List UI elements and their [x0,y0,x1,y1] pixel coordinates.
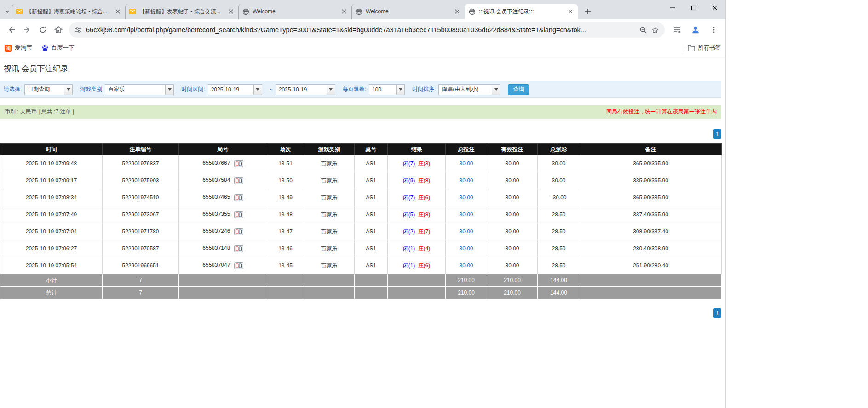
back-icon[interactable] [4,22,19,38]
cell-session: 13-51 [267,155,304,172]
game-result-cards-icon[interactable] [234,211,243,218]
cell-session: 13-45 [267,257,304,274]
result-banker: 庄(8) [418,177,431,184]
date-to-select[interactable]: 2025-10-19 [276,84,335,95]
game-result-cards-icon[interactable] [234,245,243,252]
page-size-select[interactable]: 100 [369,84,405,95]
browser-tab-2[interactable]: 【新提醒】发表帖子 - 综合交流... [125,4,238,19]
total-payout: 144.00 [538,287,580,299]
browser-tab-5-active[interactable]: :::视讯 会员下注纪录::: [465,4,578,19]
game-type-label: 游戏类别 [80,85,102,93]
tab-close-icon[interactable] [454,8,461,15]
bookmark-aitaobao[interactable]: 淘 爱淘宝 [5,44,32,52]
tab-close-icon[interactable] [340,8,348,15]
cell-total-bet: 30.00 [446,223,487,240]
date-from-select[interactable]: 2025-10-19 [208,84,262,95]
query-type-select[interactable]: 日期查询 [24,84,73,95]
result-player: 闲(1) [403,245,415,252]
reload-icon[interactable] [35,22,51,38]
cell-table-no: AS1 [355,206,388,223]
table-body: 2025-10-19 07:09:48 522901976837 6558376… [0,155,722,274]
total-bet-link[interactable]: 30.00 [459,194,473,201]
cell-note: 251.90/280.40 [580,257,722,274]
chevron-down-icon [253,85,262,95]
result-player: 闲(1) [403,262,415,269]
browser-tab-4[interactable]: Welcome [351,4,465,19]
cell-game-type: 百家乐 [304,223,355,240]
cell-total-bet: 30.00 [446,206,487,223]
tab-title: Welcome [366,8,450,15]
bookmark-star-icon[interactable] [651,26,659,34]
browser-menu-icon[interactable] [706,22,722,38]
site-info-icon[interactable] [75,26,82,34]
cell-empty [355,274,388,287]
media-controls-icon[interactable] [669,22,685,38]
game-type-select[interactable]: 百家乐 [105,84,174,95]
cell-round: 655837355 [179,206,267,223]
tab-search-chevron-icon[interactable] [3,4,12,19]
total-bet-link[interactable]: 30.00 [459,228,473,235]
tab-close-icon[interactable] [114,8,121,15]
toolbar-right [669,22,722,38]
sort-select[interactable]: 降幂(由大到小) [438,84,500,95]
game-result-cards-icon[interactable] [234,177,243,184]
subtotal-label: 小计 [0,274,103,287]
window-maximize-button[interactable] [683,0,704,15]
cell-result: 闲(1) 庄(4) [388,240,446,257]
window-close-button[interactable] [704,0,725,15]
new-tab-button[interactable] [581,5,594,18]
cell-round: 655837148 [179,240,267,257]
cell-payout: 30.00 [538,155,580,172]
window-minimize-button[interactable] [662,0,683,15]
tab-title: 【新提醒】发表帖子 - 综合交流... [139,8,224,16]
result-player: 闲(7) [403,194,415,201]
table-row: 2025-10-19 07:09:17 522901975903 6558375… [0,172,722,189]
zoom-icon[interactable] [639,26,647,34]
sort-label: 时间排序: [412,85,436,93]
address-bar[interactable]: 66cxkj98.com/ipl/portal.php/game/betreco… [69,22,665,38]
tab-close-icon[interactable] [567,8,574,15]
result-banker: 庄(8) [418,211,431,218]
profile-avatar-icon[interactable] [688,22,703,38]
game-result-cards-icon[interactable] [234,228,243,235]
total-label: 总计 [0,287,103,299]
bookmarks-divider [683,44,683,52]
total-bet-link[interactable]: 30.00 [459,262,473,269]
cell-bet-id: 522901973067 [103,206,179,223]
info-bar: 币别 : 人民币 | 总共 :7 注单 | 同局有效投注，统一计算在该局第一张注… [0,105,721,119]
sort-value: 降幂(由大到小) [439,85,492,95]
cell-game-type: 百家乐 [304,172,355,189]
browser-tab-3[interactable]: Welcome [238,4,351,19]
search-button[interactable]: 查询 [508,84,529,95]
page-button-1[interactable]: 1 [713,308,721,318]
table-header: 时间 注单编号 局号 场次 游戏类别 桌号 结果 总投注 有效投注 总派彩 备注 [0,144,722,155]
total-bet-link[interactable]: 30.00 [459,211,473,218]
tab-title: 【新提醒】海燕策略论坛 - 综合... [26,8,111,16]
cell-bet-id: 522901970587 [103,240,179,257]
globe-favicon [355,8,362,15]
cell-game-type: 百家乐 [304,206,355,223]
cell-result: 闲(7) 庄(6) [388,189,446,206]
cell-time: 2025-10-19 07:06:27 [0,240,103,257]
forward-icon[interactable] [19,22,35,38]
cell-empty [304,274,355,287]
game-result-cards-icon[interactable] [234,262,243,269]
cell-empty [179,287,267,299]
tab-close-icon[interactable] [227,8,235,15]
total-bet-link[interactable]: 30.00 [459,245,473,252]
bookmark-baidu[interactable]: 百度一下 [41,44,75,52]
tab-title: :::视讯 会员下注纪录::: [479,8,563,16]
browser-tab-1[interactable]: 【新提醒】海燕策略论坛 - 综合... [12,4,125,19]
cell-total-bet: 30.00 [446,240,487,257]
total-bet-link[interactable]: 30.00 [459,177,473,184]
page-button-1[interactable]: 1 [713,129,721,139]
game-result-cards-icon[interactable] [234,160,243,167]
header-table-no: 桌号 [355,144,388,155]
bet-records-table: 时间 注单编号 局号 场次 游戏类别 桌号 结果 总投注 有效投注 总派彩 备注… [0,143,722,299]
game-result-cards-icon[interactable] [234,194,243,201]
all-bookmarks-button[interactable]: 所有书签 [688,44,721,52]
home-icon[interactable] [51,22,66,38]
date-range-label: 时间区间: [181,85,205,93]
total-bet-link[interactable]: 30.00 [459,160,473,167]
header-note: 备注 [580,144,722,155]
